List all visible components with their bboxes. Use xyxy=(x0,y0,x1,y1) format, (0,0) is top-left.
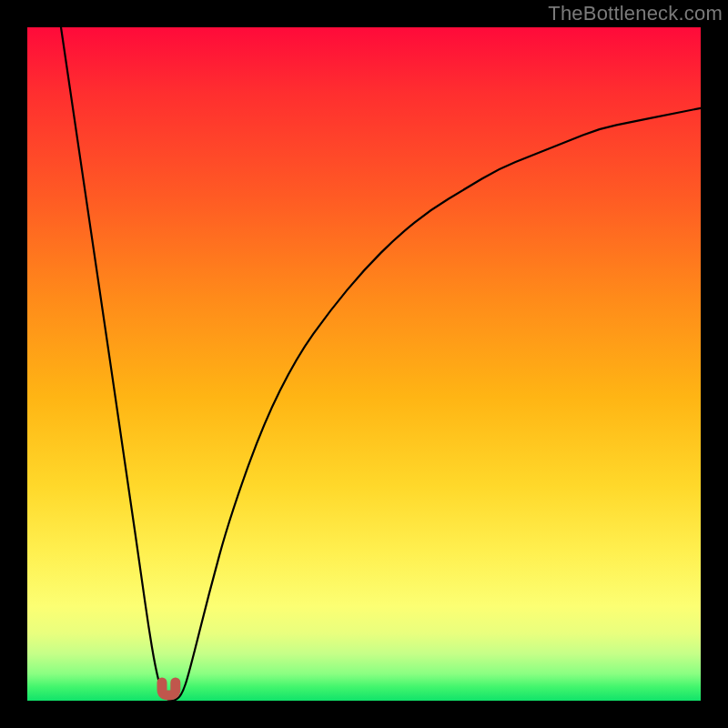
plot-area xyxy=(27,27,701,701)
watermark-text: TheBottleneck.com xyxy=(548,2,723,25)
bottleneck-curve xyxy=(61,27,701,701)
minimum-marker xyxy=(162,682,176,695)
chart-frame: TheBottleneck.com xyxy=(0,0,728,728)
curve-layer xyxy=(27,27,701,701)
